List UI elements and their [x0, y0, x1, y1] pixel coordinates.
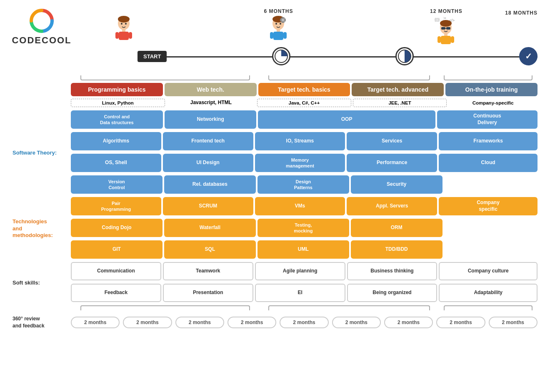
logo-icon: [29, 8, 54, 33]
cell-adaptability: Adaptability: [439, 284, 538, 302]
svg-rect-5: [122, 29, 125, 32]
review-badge-2: 2 months: [123, 317, 172, 328]
svg-text::=: :=: [443, 16, 446, 20]
phase-target-basics: Target tech. basics: [258, 83, 350, 96]
page: CODECOOL: [0, 0, 550, 392]
svg-point-12: [281, 18, 285, 22]
tech-meth-label: Technologiesandmethodologies:: [12, 218, 53, 240]
cell-pair-prog: PairProgramming: [71, 197, 161, 215]
cell-company-specific: Companyspecific: [439, 197, 538, 215]
review-badges: 2 months 2 months 2 months 2 months 2 mo…: [71, 317, 538, 328]
cell-being-organized: Being organized: [347, 284, 438, 302]
svg-rect-32: [441, 36, 451, 44]
cell-communication: Communication: [71, 262, 161, 280]
cell-cont-delivery: ContinuousDelivery: [437, 110, 538, 129]
cell-design-patterns: DesignPatterns: [258, 175, 349, 194]
review-badge-4: 2 months: [228, 317, 276, 328]
cell-sql: SQL: [164, 240, 256, 259]
cell-waterfall: Waterfall: [164, 219, 256, 237]
cell-teamwork: Teamwork: [163, 262, 253, 280]
timeline-node-12: [395, 47, 414, 65]
cell-services: Services: [347, 132, 437, 150]
svg-rect-19: [277, 29, 280, 32]
overview-row: Programming basics Web tech. Target tech…: [71, 83, 538, 96]
svg-rect-16: [284, 19, 286, 21]
cell-git: GIT: [71, 240, 162, 259]
phase-web-tech: Web tech.: [165, 83, 257, 96]
cell-memory-mgmt: Memorymanagement: [255, 154, 345, 172]
svg-rect-28: [441, 27, 445, 30]
cell-tdd-bdd: TDD/BDD: [351, 240, 442, 259]
row-label-area: [12, 83, 71, 110]
soft-skills-label-cell: Soft skills:: [12, 262, 71, 304]
svg-rect-31: [444, 33, 448, 36]
cell-version-control: VersionControl: [71, 175, 162, 194]
start-badge: START: [138, 51, 167, 62]
logo-area: CODECOOL: [12, 8, 71, 46]
sw-row-4: VersionControl Rel. databases DesignPatt…: [71, 175, 538, 194]
tm-row-3: GIT SQL UML TDD/BDD: [71, 240, 538, 259]
avatar-beginner: [112, 16, 135, 47]
ss-row-2: Feedback Presentation EI Being organized…: [71, 284, 538, 302]
svg-rect-14: [282, 21, 284, 23]
cell-cloud: Cloud: [439, 154, 538, 172]
cell-coding-dojo: Coding Dojo: [71, 219, 162, 237]
cell-scrum: SCRUM: [163, 197, 253, 215]
sw-theory-label: Software Theory:: [12, 150, 57, 157]
main-grid: Programming basics Web tech. Target tech…: [12, 83, 538, 110]
tm-row-1: PairProgramming SCRUM VMs Appl. Servers …: [71, 197, 538, 215]
grid-area: Programming basics Web tech. Target tech…: [71, 83, 538, 110]
review-section: 360° reviewand feedback 2 months 2 month…: [12, 315, 538, 329]
logo-text: CODECOOL: [12, 35, 71, 46]
months-12-label: 12 MONTHS: [430, 8, 462, 14]
cell-io-streams: IO, Streams: [255, 132, 345, 150]
tech-meth-grid: PairProgramming SCRUM VMs Appl. Servers …: [71, 197, 538, 260]
svg-rect-20: [273, 32, 283, 40]
cell-performance: Performance: [347, 154, 437, 172]
sw-row-3: OS, Shell UI Design Memorymanagement Per…: [71, 154, 538, 172]
cell-oop: OOP: [258, 110, 435, 129]
review-badge-1: 2 months: [71, 317, 120, 328]
timeline-node-6: [272, 47, 290, 65]
cell-ei: EI: [255, 284, 345, 302]
svg-point-2: [118, 16, 130, 22]
tech-row: Linux, Python Javascript, HTML Java, C#,…: [71, 99, 538, 107]
cell-frameworks: Frameworks: [439, 132, 538, 150]
cell-rel-db: Rel. databases: [164, 175, 256, 194]
cell-networking: Networking: [165, 110, 257, 129]
review-badge-6: 2 months: [332, 317, 381, 328]
cell-appl-servers: Appl. Servers: [347, 197, 437, 215]
cell-cds: Control andData structures: [71, 110, 163, 129]
cell-orm: ORM: [351, 219, 442, 237]
timeline-bar: START: [79, 47, 538, 65]
svg-point-27: [440, 20, 452, 27]
cell-company-culture: Company culture: [439, 262, 538, 280]
months-6-label: 6 MONTHS: [264, 8, 293, 14]
review-label: 360° reviewand feedback: [12, 315, 71, 329]
review-badge-3: 2 months: [175, 317, 224, 328]
cell-frontend-tech: Frontend tech: [163, 132, 253, 150]
cell-os-shell: OS, Shell: [71, 154, 161, 172]
tech-meth-section: Technologiesandmethodologies: PairProgra…: [12, 197, 538, 260]
tech-js: Javascript, HTML: [167, 100, 256, 106]
tech-linux: Linux, Python: [71, 99, 165, 107]
svg-rect-8: [129, 32, 132, 39]
svg-rect-29: [446, 27, 450, 30]
tech-java: Java, C#, C++: [257, 99, 351, 107]
review-badge-8: 2 months: [436, 317, 485, 328]
avatar-advanced: {()} := </>: [435, 16, 458, 47]
software-theory-section: Software Theory: Control andData structu…: [12, 110, 538, 195]
soft-skills-grid: Communication Teamwork Agile planning Bu…: [71, 262, 538, 304]
svg-rect-34: [451, 36, 454, 43]
review-badge-9: 2 months: [489, 317, 538, 328]
ss-row-1: Communication Teamwork Agile planning Bu…: [71, 262, 538, 280]
svg-rect-33: [438, 36, 441, 43]
tech-meth-label-cell: Technologiesandmethodologies:: [12, 197, 71, 260]
sw-theory-grid: Control andData structures Networking OO…: [71, 110, 538, 195]
tech-jee: JEE, .NET: [353, 99, 447, 107]
cell-uml: UML: [258, 240, 349, 259]
sw-row-2: Algorithms Frontend tech IO, Streams Ser…: [71, 132, 538, 150]
phase-ojt: On-the-job training: [445, 83, 538, 96]
phase-target-adv: Target tech. advanced: [352, 83, 444, 96]
phase-prog-basics: Programming basics: [71, 83, 163, 96]
